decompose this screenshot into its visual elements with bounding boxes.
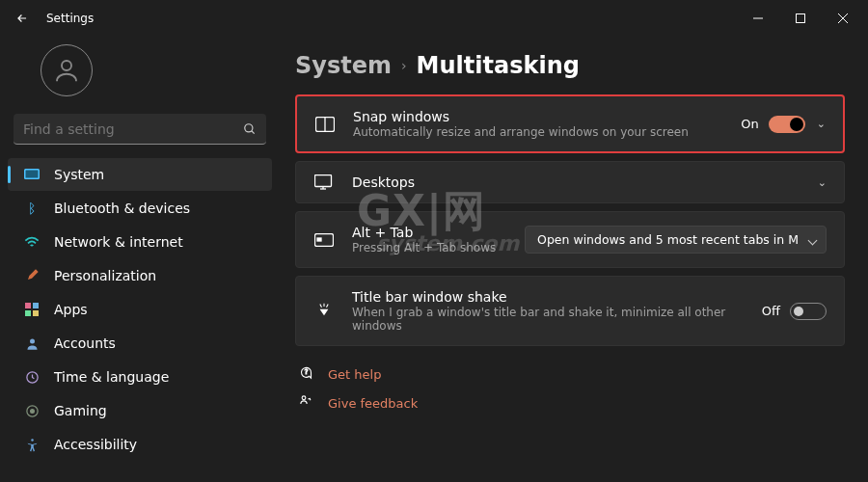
minimize-icon: [753, 13, 763, 23]
snap-toggle[interactable]: [769, 116, 805, 133]
bluetooth-icon: ᛒ: [23, 200, 41, 217]
svg-rect-20: [315, 175, 332, 187]
title-bar-shake-card: Title bar window shake When I grab a win…: [295, 276, 845, 346]
svg-point-13: [30, 338, 35, 343]
breadcrumb: System › Multitasking: [295, 52, 845, 79]
svg-point-17: [31, 439, 34, 442]
sidebar-item-label: Time & language: [54, 369, 169, 385]
alt-tab-card: Alt + Tab Pressing Alt + Tab shows Open …: [295, 211, 845, 268]
toggle-state-label: Off: [762, 304, 780, 318]
svg-rect-1: [797, 14, 805, 23]
sidebar-item-label: Apps: [54, 302, 88, 317]
card-text: Snap windows Automatically resize and ar…: [353, 109, 741, 139]
window-controls: [737, 0, 864, 37]
sidebar-item-label: Bluetooth & devices: [54, 201, 190, 216]
help-icon: ?: [299, 365, 316, 383]
toggle-state-label: On: [741, 117, 758, 131]
window-title: Settings: [46, 12, 94, 25]
display-icon: [23, 166, 41, 183]
accessibility-icon: [23, 436, 41, 453]
avatar[interactable]: [41, 44, 93, 96]
give-feedback-link[interactable]: Give feedback: [295, 388, 845, 417]
gaming-icon: [23, 402, 41, 419]
sidebar-item-system[interactable]: System: [8, 158, 272, 191]
sidebar-item-label: Gaming: [54, 403, 107, 418]
sidebar-item-label: Personalization: [54, 268, 156, 283]
sidebar-item-label: Network & internet: [54, 234, 183, 250]
wifi-icon: [23, 233, 41, 251]
brush-icon: [23, 267, 41, 284]
sidebar-item-personalization[interactable]: Personalization: [8, 259, 272, 292]
page-title: Multitasking: [417, 52, 580, 79]
search-field: [14, 114, 266, 145]
snap-icon: [314, 117, 336, 132]
desktops-icon: [313, 174, 335, 190]
svg-point-16: [30, 409, 34, 413]
sidebar-item-bluetooth[interactable]: ᛒ Bluetooth & devices: [8, 192, 272, 225]
svg-rect-24: [317, 238, 321, 241]
svg-rect-12: [33, 310, 39, 316]
sidebar-item-accessibility[interactable]: Accessibility: [8, 428, 272, 461]
svg-rect-11: [25, 310, 31, 316]
search-input[interactable]: [14, 114, 266, 145]
svg-rect-8: [26, 171, 39, 178]
chevron-down-icon[interactable]: ⌄: [818, 176, 827, 189]
chevron-down-icon[interactable]: ⌄: [817, 118, 826, 130]
svg-text:?: ?: [305, 368, 309, 376]
sidebar-item-network[interactable]: Network & internet: [8, 226, 272, 258]
svg-rect-10: [33, 303, 39, 308]
search-icon: [243, 121, 257, 140]
card-title: Title bar window shake: [352, 289, 762, 305]
sidebar-item-accounts[interactable]: Accounts: [8, 327, 272, 360]
get-help-link[interactable]: ? Get help: [295, 360, 845, 388]
apps-icon: [23, 301, 41, 318]
minimize-button[interactable]: [737, 0, 779, 37]
feedback-label: Give feedback: [328, 396, 418, 411]
maximize-button[interactable]: [779, 0, 822, 37]
help-label: Get help: [328, 367, 381, 382]
desktops-card[interactable]: Desktops ⌄: [295, 161, 845, 203]
main-panel: System › Multitasking Snap windows Autom…: [280, 37, 868, 482]
card-sub: Automatically resize and arrange windows…: [353, 125, 741, 139]
maximize-icon: [796, 13, 805, 23]
person-icon: [52, 56, 81, 85]
sidebar-item-time[interactable]: Time & language: [8, 361, 272, 393]
snap-windows-card[interactable]: Snap windows Automatically resize and ar…: [295, 94, 845, 153]
sidebar-item-label: System: [54, 167, 104, 182]
nav-list: System ᛒ Bluetooth & devices Network & i…: [8, 158, 272, 461]
sidebar: System ᛒ Bluetooth & devices Network & i…: [0, 37, 280, 482]
accounts-icon: [23, 335, 41, 352]
feedback-icon: [299, 394, 316, 412]
svg-point-26: [302, 396, 306, 400]
titlebar: Settings: [0, 0, 868, 37]
breadcrumb-parent[interactable]: System: [295, 52, 392, 79]
dropdown-value: Open windows and 5 most recent tabs in M: [537, 232, 799, 247]
sidebar-item-label: Accessibility: [54, 437, 137, 452]
svg-point-4: [62, 61, 71, 70]
card-title: Snap windows: [353, 109, 741, 124]
sidebar-item-gaming[interactable]: Gaming: [8, 394, 272, 427]
sidebar-item-label: Accounts: [54, 335, 116, 351]
arrow-left-icon: [15, 12, 29, 25]
shake-toggle[interactable]: [790, 303, 827, 320]
card-title: Desktops: [352, 174, 806, 190]
sidebar-item-apps[interactable]: Apps: [8, 293, 272, 326]
svg-point-5: [245, 124, 253, 132]
close-button[interactable]: [822, 0, 864, 37]
clock-icon: [23, 368, 41, 386]
svg-rect-9: [25, 303, 31, 308]
card-title: Alt + Tab: [352, 225, 525, 240]
help-links: ? Get help Give feedback: [295, 360, 845, 417]
chevron-right-icon: ›: [401, 58, 407, 73]
shake-icon: [313, 302, 335, 321]
alt-tab-dropdown[interactable]: Open windows and 5 most recent tabs in M: [525, 226, 827, 254]
card-sub: Pressing Alt + Tab shows: [352, 241, 525, 254]
back-button[interactable]: [4, 0, 41, 37]
svg-line-6: [252, 131, 255, 134]
alt-tab-icon: [313, 233, 335, 247]
card-sub: When I grab a window's title bar and sha…: [352, 306, 762, 333]
close-icon: [838, 13, 848, 23]
